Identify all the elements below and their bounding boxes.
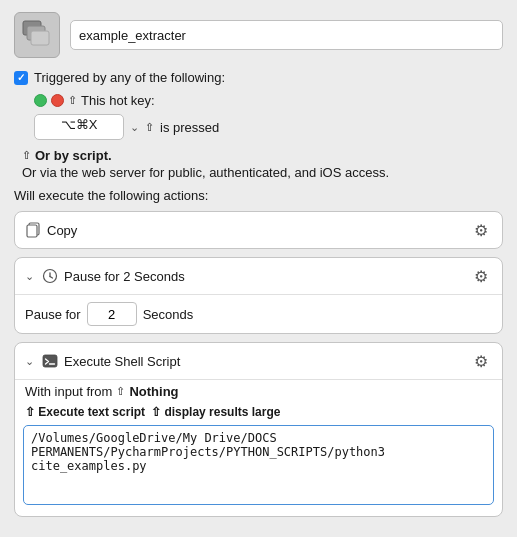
title-row xyxy=(14,12,503,58)
title-input[interactable] xyxy=(70,20,503,50)
copy-action-left: Copy xyxy=(25,222,77,238)
execute-text-script-label[interactable]: ⇧ Execute text script xyxy=(25,405,145,419)
hotkey-input-row: ⌥⌘X ⌄ ⇧ is pressed xyxy=(34,114,503,140)
execute-header: ⌄ Execute Shell Script ⚙ xyxy=(15,343,502,379)
svg-rect-2 xyxy=(31,31,49,45)
execute-subrow: With input from ⇧ Nothing xyxy=(15,380,502,403)
pause-action-card: ⌄ Pause for 2 Seconds ⚙ Pause for Second… xyxy=(14,257,503,334)
triggered-row: Triggered by any of the following: xyxy=(14,70,503,85)
main-container: Triggered by any of the following: ⇧ Thi… xyxy=(0,0,517,537)
hotkey-shift-icon: ⇧ xyxy=(68,94,77,107)
hotkey-section: ⇧ This hot key: ⌥⌘X ⌄ ⇧ is pressed xyxy=(34,93,503,140)
pause-action-body: Pause for Seconds xyxy=(15,295,502,333)
or-web-label: Or via the web server for public, authen… xyxy=(22,165,503,180)
nothing-label: Nothing xyxy=(129,384,178,399)
or-script-shift-icon: ⇧ xyxy=(22,149,31,162)
pause-collapse-arrow[interactable]: ⌄ xyxy=(25,270,34,283)
execute-action-title: Execute Shell Script xyxy=(64,354,180,369)
or-by-script-row: ⇧ Or by script. xyxy=(22,148,503,163)
pause-clock-icon xyxy=(42,268,58,284)
execute-gear-button[interactable]: ⚙ xyxy=(470,350,492,372)
svg-rect-8 xyxy=(43,355,57,367)
hotkey-shift-pressed-icon: ⇧ xyxy=(145,121,154,134)
hotkey-dropdown-arrow[interactable]: ⌄ xyxy=(130,121,139,134)
execute-opts-row: ⇧ Execute text script ⇧ display results … xyxy=(15,403,502,425)
with-input-from-label: With input from xyxy=(25,384,112,399)
copy-gear-button[interactable]: ⚙ xyxy=(470,219,492,241)
copy-action-title: Copy xyxy=(47,223,77,238)
execute-terminal-icon xyxy=(42,353,58,369)
pause-action-title: Pause for 2 Seconds xyxy=(64,269,185,284)
display-results-label[interactable]: ⇧ display results large xyxy=(151,405,280,419)
script-textarea[interactable] xyxy=(23,425,494,505)
is-pressed-label: is pressed xyxy=(160,120,219,135)
copy-action-header: Copy ⚙ xyxy=(15,212,502,248)
red-circle[interactable] xyxy=(51,94,64,107)
pause-for-label: Pause for xyxy=(25,307,81,322)
green-circle[interactable] xyxy=(34,94,47,107)
triggered-checkbox[interactable] xyxy=(14,71,28,85)
pause-row: Pause for Seconds xyxy=(25,302,492,326)
copy-icon xyxy=(25,222,41,238)
app-icon xyxy=(14,12,60,58)
will-execute-label: Will execute the following actions: xyxy=(14,188,503,203)
hotkey-header: ⇧ This hot key: xyxy=(34,93,503,108)
execute-shift-icon: ⇧ xyxy=(116,385,125,398)
triggered-label: Triggered by any of the following: xyxy=(34,70,225,85)
or-by-script-label: Or by script. xyxy=(35,148,112,163)
or-section: ⇧ Or by script. Or via the web server fo… xyxy=(22,148,503,180)
hotkey-key-display[interactable]: ⌥⌘X xyxy=(34,114,124,140)
hotkey-header-label: This hot key: xyxy=(81,93,155,108)
execute-shell-card: ⌄ Execute Shell Script ⚙ With input from… xyxy=(14,342,503,517)
copy-action-card: Copy ⚙ xyxy=(14,211,503,249)
svg-rect-4 xyxy=(27,225,37,237)
pause-action-header: ⌄ Pause for 2 Seconds ⚙ xyxy=(15,258,502,294)
pause-action-left: ⌄ Pause for 2 Seconds xyxy=(25,268,185,284)
pause-value-input[interactable] xyxy=(87,302,137,326)
seconds-label: Seconds xyxy=(143,307,194,322)
pause-gear-button[interactable]: ⚙ xyxy=(470,265,492,287)
execute-collapse-arrow[interactable]: ⌄ xyxy=(25,355,34,368)
execute-header-left: ⌄ Execute Shell Script xyxy=(25,353,180,369)
